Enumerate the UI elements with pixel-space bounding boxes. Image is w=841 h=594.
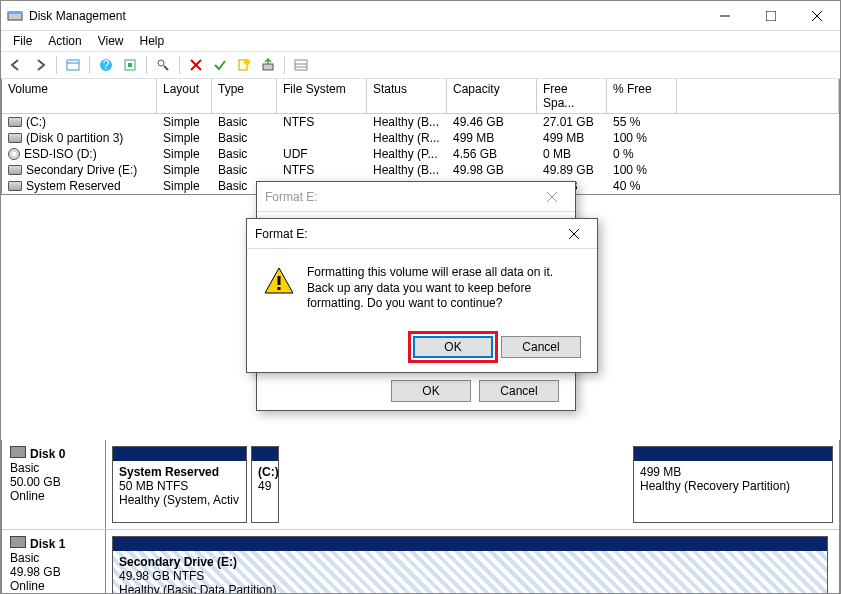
- cancel-button[interactable]: Cancel: [501, 336, 581, 358]
- partition-status: Healthy (Recovery Partition): [640, 479, 826, 493]
- disk-label[interactable]: Disk 1 Basic 49.98 GB Online: [2, 530, 106, 594]
- partition-size: 499 MB: [640, 465, 826, 479]
- disk-size: 49.98 GB: [10, 565, 97, 579]
- svg-text:?: ?: [103, 58, 110, 72]
- format-confirm-dialog: Format E: Formatting this volume will er…: [246, 218, 598, 373]
- disk-partitions: Secondary Drive (E:) 49.98 GB NTFS Healt…: [106, 530, 839, 594]
- disk-status: Online: [10, 489, 97, 503]
- partition[interactable]: System Reserved 50 MB NTFS Healthy (Syst…: [112, 446, 247, 523]
- table-row[interactable]: Secondary Drive (E:)SimpleBasicNTFSHealt…: [2, 162, 839, 178]
- ok-button[interactable]: OK: [413, 336, 493, 358]
- toolbar-separator: [146, 56, 147, 74]
- volume-capacity: 49.98 GB: [447, 162, 537, 178]
- svg-rect-18: [263, 64, 273, 70]
- volume-status: Healthy (B...: [367, 114, 447, 130]
- volume-pfree: 100 %: [607, 162, 677, 178]
- help-button[interactable]: ?: [95, 54, 117, 76]
- partition-size: 49.98 GB NTFS: [119, 569, 821, 583]
- volume-capacity: 499 MB: [447, 130, 537, 146]
- col-pfree[interactable]: % Free: [607, 79, 677, 114]
- volume-type: Basic: [212, 114, 277, 130]
- volume-fs: NTFS: [277, 114, 367, 130]
- volume-layout: Simple: [157, 114, 212, 130]
- col-spacer: [677, 79, 839, 114]
- volume-pfree: 0 %: [607, 146, 677, 162]
- menubar: File Action View Help: [1, 31, 840, 51]
- svg-point-17: [244, 59, 250, 65]
- delete-button[interactable]: [185, 54, 207, 76]
- refresh-button[interactable]: [119, 54, 141, 76]
- dialog-buttons: OK Cancel: [257, 372, 575, 416]
- volume-fs: NTFS: [277, 162, 367, 178]
- ok-button[interactable]: OK: [391, 380, 471, 402]
- partition-bar: [113, 537, 827, 551]
- svg-rect-11: [128, 63, 132, 67]
- volume-name: (C:): [26, 115, 46, 129]
- volume-status: Healthy (P...: [367, 146, 447, 162]
- volume-layout: Simple: [157, 130, 212, 146]
- volume-pfree: 40 %: [607, 178, 677, 194]
- close-button[interactable]: [794, 1, 840, 31]
- close-icon[interactable]: [537, 182, 567, 212]
- disk-status: Online: [10, 579, 97, 593]
- col-layout[interactable]: Layout: [157, 79, 212, 114]
- table-row[interactable]: ESD-ISO (D:)SimpleBasicUDFHealthy (P...4…: [2, 146, 839, 162]
- col-fs[interactable]: File System: [277, 79, 367, 114]
- menu-view[interactable]: View: [90, 32, 132, 50]
- col-volume[interactable]: Volume: [2, 79, 157, 114]
- partition-bar: [113, 447, 246, 461]
- dialog-titlebar[interactable]: Format E:: [247, 219, 597, 249]
- volume-layout: Simple: [157, 162, 212, 178]
- menu-help[interactable]: Help: [132, 32, 173, 50]
- volume-free: 0 MB: [537, 146, 607, 162]
- partition-status: Healthy (Basic Data Partition): [119, 583, 821, 594]
- mount-button[interactable]: [257, 54, 279, 76]
- disk-name: Disk 1: [30, 537, 65, 551]
- col-capacity[interactable]: Capacity: [447, 79, 537, 114]
- check-button[interactable]: [209, 54, 231, 76]
- minimize-button[interactable]: [702, 1, 748, 31]
- col-free[interactable]: Free Spa...: [537, 79, 607, 114]
- volume-status: Healthy (B...: [367, 162, 447, 178]
- disk-label[interactable]: Disk 0 Basic 50.00 GB Online: [2, 440, 106, 529]
- app-icon: [7, 8, 23, 24]
- svg-line-13: [164, 66, 168, 70]
- table-row[interactable]: (Disk 0 partition 3)SimpleBasicHealthy (…: [2, 130, 839, 146]
- partition-name: System Reserved: [119, 465, 240, 479]
- forward-button[interactable]: [29, 54, 51, 76]
- volume-name: System Reserved: [26, 179, 121, 193]
- cd-icon: [8, 148, 20, 160]
- partition[interactable]: (C:) 49: [251, 446, 279, 523]
- drive-icon: [8, 181, 22, 191]
- partition-bar: [252, 447, 278, 461]
- dialog-titlebar[interactable]: Format E:: [257, 182, 575, 212]
- volume-type: Basic: [212, 130, 277, 146]
- close-icon[interactable]: [559, 219, 589, 249]
- view-button[interactable]: [62, 54, 84, 76]
- svg-rect-19: [295, 60, 307, 70]
- partition[interactable]: Secondary Drive (E:) 49.98 GB NTFS Healt…: [112, 536, 828, 594]
- maximize-button[interactable]: [748, 1, 794, 31]
- drive-icon: [8, 117, 22, 127]
- warning-icon: [263, 265, 295, 297]
- col-type[interactable]: Type: [212, 79, 277, 114]
- partition-size: 49: [258, 479, 272, 493]
- cancel-button[interactable]: Cancel: [479, 380, 559, 402]
- disk-icon: [10, 536, 26, 548]
- menu-action[interactable]: Action: [40, 32, 89, 50]
- properties-button[interactable]: [152, 54, 174, 76]
- disk-partitions: System Reserved 50 MB NTFS Healthy (Syst…: [106, 440, 839, 529]
- menu-file[interactable]: File: [5, 32, 40, 50]
- disk-area: Disk 0 Basic 50.00 GB Online System Rese…: [1, 440, 840, 594]
- svg-rect-3: [766, 11, 776, 21]
- back-button[interactable]: [5, 54, 27, 76]
- col-status[interactable]: Status: [367, 79, 447, 114]
- volume-free: 27.01 GB: [537, 114, 607, 130]
- partition[interactable]: 499 MB Healthy (Recovery Partition): [633, 446, 833, 523]
- partition-name: (C:): [258, 465, 272, 479]
- svg-rect-6: [67, 60, 79, 70]
- table-row[interactable]: (C:)SimpleBasicNTFSHealthy (B...49.46 GB…: [2, 114, 839, 130]
- list-button[interactable]: [290, 54, 312, 76]
- new-button[interactable]: [233, 54, 255, 76]
- disk-size: 50.00 GB: [10, 475, 97, 489]
